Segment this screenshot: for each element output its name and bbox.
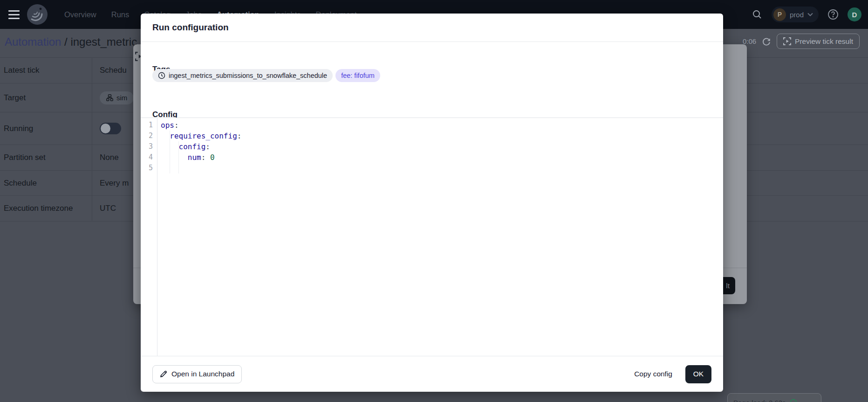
open-in-launchpad-button[interactable]: Open in Launchpad bbox=[152, 365, 242, 383]
meta-label: Schedule bbox=[0, 171, 92, 195]
tag-user: fee: fifofum bbox=[335, 69, 380, 82]
chevron-down-icon bbox=[807, 13, 813, 16]
environment-switcher[interactable]: P prod bbox=[772, 7, 819, 22]
meta-value: None bbox=[92, 153, 119, 162]
meta-value: sim bbox=[92, 91, 134, 104]
meta-label: Target bbox=[0, 83, 92, 112]
env-avatar: P bbox=[773, 8, 786, 21]
pencil-icon bbox=[160, 370, 167, 378]
nav-item-overview[interactable]: Overview bbox=[64, 10, 96, 19]
code-line bbox=[161, 163, 723, 173]
page-load-indicator: Page load: 2.63s bbox=[727, 393, 821, 402]
tick-controls: 0:06 Preview tick result bbox=[743, 34, 860, 49]
refresh-icon[interactable] bbox=[762, 37, 771, 46]
copy-config-button[interactable]: Copy config bbox=[634, 370, 672, 378]
user-avatar[interactable]: D bbox=[847, 7, 861, 21]
ok-button[interactable]: OK bbox=[685, 365, 711, 383]
dagster-logo[interactable] bbox=[26, 3, 48, 26]
job-icon bbox=[106, 94, 113, 101]
dialog-footer: Open in Launchpad Copy config OK bbox=[141, 356, 723, 392]
running-toggle[interactable] bbox=[100, 123, 121, 134]
help-icon[interactable] bbox=[825, 7, 841, 22]
tick-countdown: 0:06 bbox=[743, 37, 756, 45]
tag-schedule: ingest_metrics_submissions_to_snowflake_… bbox=[152, 69, 333, 82]
meta-value bbox=[92, 123, 121, 134]
open-in-launchpad-label: Open in Launchpad bbox=[171, 370, 234, 378]
meta-value: Every m bbox=[92, 179, 129, 188]
preview-tick-result-label: Preview tick result bbox=[795, 37, 853, 46]
code-line: config: bbox=[161, 141, 723, 152]
speed-ok-icon bbox=[790, 399, 797, 402]
tags-list: ingest_metrics_submissions_to_snowflake_… bbox=[152, 69, 380, 82]
preview-icon bbox=[783, 37, 791, 45]
code-line: requires_config: bbox=[161, 131, 723, 141]
breadcrumb: Automation / ingest_metric bbox=[5, 35, 137, 49]
run-configuration-dialog: Run configuration Tags ingest_metrics_su… bbox=[141, 14, 723, 392]
breadcrumb-separator: / bbox=[61, 35, 70, 48]
breadcrumb-automation-link[interactable]: Automation bbox=[5, 35, 61, 48]
meta-value: Schedu bbox=[92, 66, 127, 75]
toggle-knob bbox=[101, 124, 110, 133]
env-name: prod bbox=[790, 11, 804, 19]
nav-item-runs[interactable]: Runs bbox=[111, 10, 130, 19]
page-load-text: Page load: 2.63s bbox=[733, 399, 786, 402]
clock-icon bbox=[158, 72, 165, 79]
line-numbers: 12345 bbox=[141, 118, 157, 356]
config-editor[interactable]: 12345 ops: requires_config: config: num:… bbox=[141, 118, 723, 356]
code-line: num: 0 bbox=[161, 152, 723, 163]
meta-label: Latest tick bbox=[0, 58, 92, 83]
meta-label: Running bbox=[0, 112, 92, 145]
page-title: ingest_metric bbox=[70, 35, 137, 48]
dialog-title: Run configuration bbox=[141, 14, 723, 42]
config-code: ops: requires_config: config: num: 0 bbox=[161, 120, 723, 173]
preview-tick-result-button[interactable]: Preview tick result bbox=[777, 34, 860, 49]
code-line: ops: bbox=[161, 120, 723, 131]
hamburger-icon[interactable] bbox=[8, 9, 22, 20]
meta-label: Partition set bbox=[0, 145, 92, 170]
target-job-link[interactable]: sim bbox=[100, 91, 134, 104]
search-icon[interactable] bbox=[749, 7, 765, 22]
meta-value: UTC bbox=[92, 204, 116, 213]
meta-label: Execution timezone bbox=[0, 196, 92, 221]
